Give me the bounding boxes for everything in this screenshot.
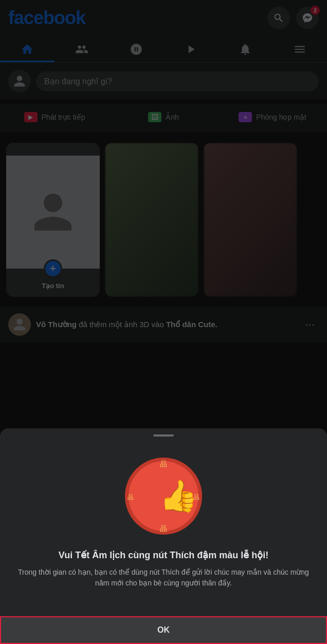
modal-description: Trong thời gian có hạn, bạn có thể dùng …: [15, 567, 312, 589]
svg-text:品: 品: [160, 460, 167, 468]
sheet-content: 品 品 品 品 👍 ✦ Vui Tết Âm lịch cùng nút Thí…: [0, 445, 327, 616]
bottom-sheet: 品 品 品 品 👍 ✦ Vui Tết Âm lịch cùng nút Thí…: [0, 428, 327, 644]
thumbs-up-icon: 品 品 品 品 👍 ✦: [122, 455, 205, 537]
svg-text:✦: ✦: [184, 505, 193, 516]
modal-overlay: 品 品 品 品 👍 ✦ Vui Tết Âm lịch cùng nút Thí…: [0, 0, 327, 644]
ok-button[interactable]: OK: [0, 616, 327, 644]
svg-text:品: 品: [160, 524, 167, 533]
svg-text:品: 品: [128, 494, 134, 501]
drag-handle: [153, 434, 174, 437]
modal-title: Vui Tết Âm lịch cùng nút Thích đậm màu l…: [59, 550, 268, 561]
